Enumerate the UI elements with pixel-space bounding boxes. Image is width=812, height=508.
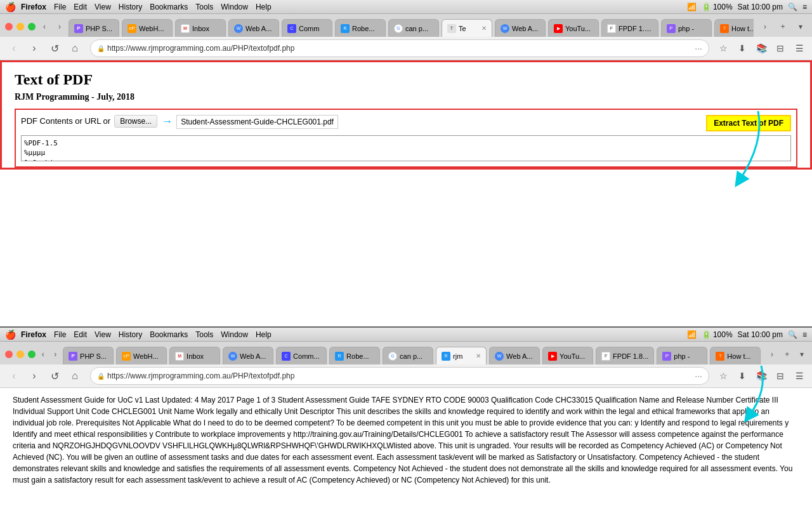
- prev-tab-btn-bottom[interactable]: ‹: [38, 348, 48, 361]
- list-icon-bottom[interactable]: ≡: [802, 330, 807, 339]
- tab-fpdf-b[interactable]: F FPDF 1.8...: [596, 347, 654, 364]
- browse-button[interactable]: Browse...: [114, 115, 157, 128]
- pdf-content-textarea[interactable]: %PDF-1.5 %µµµµ 1 0 obj <</Type/Catalog/P…: [21, 135, 791, 161]
- minimize-btn-bottom[interactable]: [16, 351, 24, 358]
- tab-label-inbox-b: Inbox: [187, 352, 214, 360]
- tab-php2[interactable]: P php -: [661, 19, 712, 37]
- menu-view[interactable]: View: [95, 3, 111, 11]
- tab-close-rjm2[interactable]: ✕: [476, 352, 481, 359]
- address-bar-bottom[interactable]: 🔒 https://www.rjmprogramming.com.au/PHP/…: [90, 367, 709, 385]
- tab-how[interactable]: ? How t...: [714, 19, 754, 37]
- maximize-button[interactable]: [28, 23, 36, 30]
- forward-btn-bottom[interactable]: ›: [25, 367, 43, 385]
- download-btn-top[interactable]: ⬇: [735, 41, 750, 56]
- menu-tools-bottom[interactable]: Tools: [195, 330, 213, 339]
- tab-php2-b[interactable]: P php -: [657, 347, 707, 364]
- close-button[interactable]: [5, 23, 13, 30]
- menu-history-bottom[interactable]: History: [119, 330, 142, 339]
- tab-bar-bottom: P PHP S... cP WebH... M Inbox W Web A...…: [63, 344, 762, 364]
- tab-overflow-btn[interactable]: ›: [759, 20, 771, 33]
- next-tab-btn[interactable]: ›: [53, 20, 66, 33]
- menu-file[interactable]: File: [54, 3, 66, 11]
- menu-tools[interactable]: Tools: [195, 3, 213, 11]
- tab-rjm[interactable]: R Robe...: [335, 19, 386, 37]
- download-btn-bottom[interactable]: ⬇: [735, 368, 750, 384]
- minimize-button[interactable]: [16, 23, 24, 30]
- tab-inbox-b[interactable]: M Inbox: [169, 347, 220, 364]
- tab-php[interactable]: P PHP S...: [69, 19, 119, 37]
- tab-web1-b[interactable]: W Web A...: [223, 347, 273, 364]
- bookmark-star-btn[interactable]: ☆: [716, 41, 731, 56]
- library-btn-top[interactable]: 📚: [754, 41, 769, 56]
- search-icon[interactable]: 🔍: [788, 3, 797, 11]
- prev-tab-btn[interactable]: ‹: [38, 20, 51, 33]
- address-bar-top[interactable]: 🔒 https://www.rjmprogramming.com.au/PHP/…: [90, 39, 709, 57]
- tab-web2-b[interactable]: W Web A...: [489, 347, 540, 364]
- more-btn-top[interactable]: ···: [695, 43, 702, 53]
- search-icon-bottom[interactable]: 🔍: [788, 330, 797, 339]
- bookmark-star-btn-b[interactable]: ☆: [716, 368, 731, 384]
- refresh-btn-bottom[interactable]: ↺: [46, 367, 63, 385]
- tab-list-btn-b[interactable]: ▾: [797, 348, 807, 361]
- menu-file-bottom[interactable]: File: [54, 330, 66, 339]
- tab-comm[interactable]: C Comm: [282, 19, 332, 37]
- back-btn-bottom[interactable]: ‹: [5, 367, 23, 385]
- menu-bookmarks[interactable]: Bookmarks: [150, 3, 188, 11]
- new-tab-btn-b[interactable]: +: [782, 348, 792, 361]
- more-btn-bottom[interactable]: ···: [695, 371, 702, 381]
- tab-cp-b[interactable]: cP WebH...: [116, 347, 167, 364]
- menu-firefox-bottom[interactable]: Firefox: [21, 330, 46, 339]
- new-tab-btn[interactable]: +: [776, 20, 789, 33]
- menu-bookmarks-bottom[interactable]: Bookmarks: [150, 330, 188, 339]
- tab-how-b[interactable]: ? How t...: [710, 347, 761, 364]
- refresh-btn-top[interactable]: ↺: [46, 39, 63, 57]
- tab-fpdf[interactable]: F FPDF 1.8...: [601, 19, 658, 37]
- back-btn-top[interactable]: ‹: [5, 39, 23, 57]
- menu-help[interactable]: Help: [256, 3, 272, 11]
- list-icon[interactable]: ≡: [802, 3, 807, 11]
- menu-btn-top[interactable]: ☰: [792, 41, 807, 56]
- tab-google[interactable]: G can p...: [388, 19, 439, 37]
- menu-btn-bottom[interactable]: ☰: [792, 368, 807, 384]
- menu-edit-bottom[interactable]: Edit: [74, 330, 87, 339]
- tab-web2[interactable]: W Web A...: [495, 19, 546, 37]
- forward-btn-top[interactable]: ›: [25, 39, 43, 57]
- maximize-btn-bottom[interactable]: [28, 351, 36, 358]
- tab-cp[interactable]: cP WebH...: [122, 19, 173, 37]
- tab-comm-b[interactable]: C Comm...: [276, 347, 327, 364]
- tab-yt[interactable]: ▶ YouTu...: [548, 19, 599, 37]
- favicon-fpdf-b: F: [601, 352, 610, 361]
- tab-google-b[interactable]: G can p...: [383, 347, 433, 364]
- menu-window[interactable]: Window: [221, 3, 248, 11]
- tab-yt-b[interactable]: ▶ YouTu...: [542, 347, 593, 364]
- battery-icon: 🔋 100%: [702, 3, 733, 11]
- menu-window-bottom[interactable]: Window: [221, 330, 248, 339]
- menu-edit[interactable]: Edit: [74, 3, 87, 11]
- wifi-icon-bottom: 📶: [687, 330, 697, 339]
- home-btn-bottom[interactable]: ⌂: [66, 367, 84, 385]
- library-btn-bottom[interactable]: 📚: [754, 368, 769, 384]
- tab-rjm-b[interactable]: R Robe...: [329, 347, 380, 364]
- file-name-display: Student-Assessment-Guide-CHCLEG001.pdf: [176, 115, 338, 129]
- apple-icon-bottom: 🍎: [5, 330, 16, 340]
- sidebar-btn-bottom[interactable]: ⊟: [773, 368, 788, 384]
- extract-text-button[interactable]: Extract Text of PDF: [706, 115, 791, 131]
- tab-te-active[interactable]: T Te ✕: [442, 19, 492, 37]
- sidebar-btn-top[interactable]: ⊟: [773, 41, 788, 56]
- tab-php-b[interactable]: P PHP S...: [63, 347, 114, 364]
- close-btn-bottom[interactable]: [5, 351, 13, 358]
- tab-label-php2: php -: [678, 25, 706, 32]
- home-btn-top[interactable]: ⌂: [66, 39, 84, 57]
- menu-firefox[interactable]: Firefox: [21, 3, 46, 11]
- menu-history[interactable]: History: [119, 3, 142, 11]
- next-tab-btn-bottom[interactable]: ›: [51, 348, 61, 361]
- favicon-google-b: G: [388, 352, 397, 361]
- tab-inbox[interactable]: M Inbox: [175, 19, 226, 37]
- tab-list-btn[interactable]: ▾: [794, 20, 807, 33]
- tab-rjm2-active[interactable]: R rjm ✕: [436, 347, 487, 364]
- menu-help-bottom[interactable]: Help: [256, 330, 272, 339]
- tab-web1[interactable]: W Web A...: [228, 19, 279, 37]
- menu-view-bottom[interactable]: View: [95, 330, 111, 339]
- tab-close-te[interactable]: ✕: [481, 25, 487, 32]
- tab-overflow-btn-b[interactable]: ›: [767, 348, 777, 361]
